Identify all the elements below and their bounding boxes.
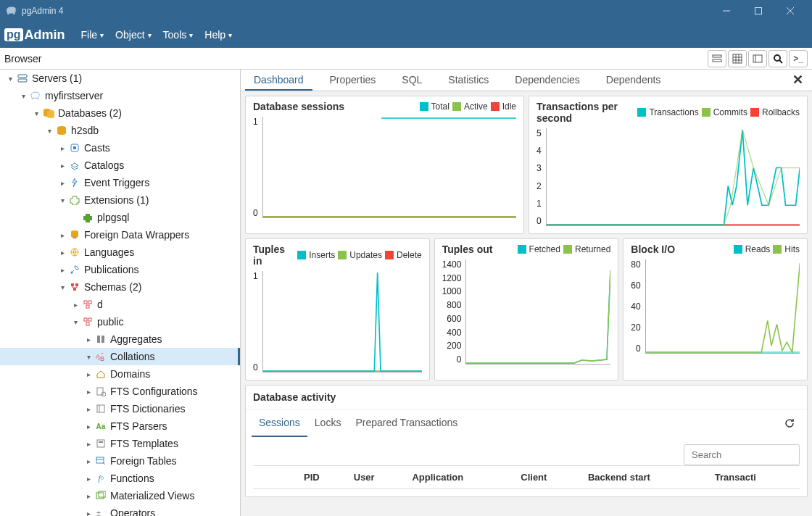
window-maximize[interactable]	[742, 0, 774, 22]
svg-rect-30	[84, 318, 87, 321]
toolbar-btn-3[interactable]	[748, 50, 767, 67]
svg-rect-25	[75, 283, 78, 286]
svg-rect-15	[18, 75, 27, 78]
menu-file[interactable]: File▾	[75, 22, 110, 48]
tree-functions[interactable]: ▸ƒ()Functions	[0, 470, 240, 487]
activity-tab-locks[interactable]: Locks	[307, 409, 349, 437]
tree-foreign-tables[interactable]: ▸Foreign Tables	[0, 452, 240, 470]
col-pid[interactable]: PID	[297, 466, 347, 489]
svg-text:B: B	[100, 355, 104, 362]
domains-icon	[94, 369, 107, 379]
col-app[interactable]: Application	[405, 466, 513, 489]
svg-rect-47	[96, 493, 104, 499]
tree-fts-parsers[interactable]: ▸AaFTS Parsers	[0, 417, 240, 435]
tab-dashboard[interactable]: Dashboard	[245, 70, 312, 91]
tree-event-triggers[interactable]: ▸Event Triggers	[0, 174, 240, 191]
card-tps: Transactions per second Transactions Com…	[529, 96, 808, 234]
extension-icon	[81, 212, 94, 222]
activity-tabs: Sessions Locks Prepared Transactions	[246, 409, 807, 437]
close-icon[interactable]: ✕	[788, 70, 808, 91]
tree-aggregates[interactable]: ▸Aggregates	[0, 330, 240, 348]
refresh-button[interactable]	[778, 413, 801, 433]
tree-schemas[interactable]: ▾Schemas (2)	[0, 278, 240, 296]
legend-tin: Inserts Updates Delete	[297, 250, 421, 260]
window-title: pgAdmin 4	[22, 6, 63, 16]
fts-config-icon	[94, 386, 107, 396]
activity-tab-prepared[interactable]: Prepared Transactions	[348, 409, 465, 437]
activity-table: PID User Application Client Backend star…	[253, 465, 800, 489]
tree-databases[interactable]: ▾Databases (2)	[0, 104, 240, 122]
svg-rect-42	[99, 441, 103, 443]
col-backend[interactable]: Backend start	[581, 466, 708, 489]
tree-schema-d[interactable]: ▸d	[0, 296, 240, 313]
tree-schema-public[interactable]: ▾public	[0, 313, 240, 330]
svg-rect-34	[102, 336, 104, 343]
trigger-icon	[68, 178, 81, 188]
chevron-down-icon: ▾	[148, 31, 152, 39]
svg-rect-11	[753, 55, 762, 62]
tree-plpgsql[interactable]: plpgsql	[0, 209, 240, 226]
col-user[interactable]: User	[347, 466, 405, 489]
tree-servers[interactable]: ▾Servers (1)	[0, 70, 240, 87]
menu-tools[interactable]: Tools▾	[157, 22, 199, 48]
search-icon	[773, 54, 783, 64]
svg-rect-1	[755, 8, 762, 14]
tree-collations[interactable]: ▾ABCollations	[0, 348, 240, 365]
svg-rect-41	[97, 440, 104, 447]
tree-extensions[interactable]: ▾Extensions (1)	[0, 191, 240, 209]
tree-casts[interactable]: ▸Casts	[0, 139, 240, 157]
tree-languages[interactable]: ▸Languages	[0, 244, 240, 261]
svg-rect-43	[96, 457, 104, 463]
tree-server[interactable]: ▾myfirstserver	[0, 87, 240, 104]
toolbar-btn-1[interactable]	[708, 50, 726, 67]
toolbar-search[interactable]	[768, 50, 787, 67]
menubar: pgAdmin File▾ Object▾ Tools▾ Help▾	[0, 22, 812, 48]
search-input[interactable]	[684, 444, 800, 465]
chart-tps	[546, 128, 800, 226]
extension-icon	[68, 195, 81, 205]
svg-rect-28	[88, 301, 91, 304]
legend-sessions: Total Active Idle	[420, 101, 516, 112]
tab-properties[interactable]: Properties	[321, 70, 385, 91]
toolbar-psql[interactable]: >_	[789, 50, 808, 67]
legend-bio: Reads Hits	[734, 244, 800, 254]
chart-tuples-in	[262, 271, 422, 373]
tree-fdw[interactable]: ▸Foreign Data Wrappers	[0, 226, 240, 244]
dashboard: Database sessions Total Active Idle 10	[241, 91, 812, 516]
svg-rect-32	[86, 322, 89, 325]
casts-icon	[68, 143, 81, 153]
database-icon	[55, 125, 68, 136]
tree-domains[interactable]: ▸Domains	[0, 365, 240, 383]
tree-db[interactable]: ▾h2sdb	[0, 122, 240, 139]
fts-dict-icon	[94, 404, 107, 414]
tree-matviews[interactable]: ▸Materialized Views	[0, 487, 240, 504]
card-tuples-in: Tuples in Inserts Updates Delete 10	[245, 238, 430, 380]
chart-sessions	[262, 117, 516, 218]
matview-icon	[94, 491, 107, 501]
window-close[interactable]	[774, 0, 806, 22]
col-transaction[interactable]: Transacti	[708, 466, 800, 489]
tree-fts-templates[interactable]: ▸FTS Templates	[0, 435, 240, 452]
fdw-icon	[68, 230, 81, 240]
svg-rect-39	[97, 405, 104, 412]
svg-rect-24	[71, 283, 74, 286]
toolbar-btn-2[interactable]	[728, 50, 747, 67]
tab-statistics[interactable]: Statistics	[439, 70, 497, 91]
col-client[interactable]: Client	[513, 466, 581, 489]
activity-tab-sessions[interactable]: Sessions	[252, 409, 307, 437]
menu-help[interactable]: Help▾	[199, 22, 238, 48]
window-minimize[interactable]	[710, 0, 742, 22]
tree-publications[interactable]: ▸Publications	[0, 261, 240, 278]
browser-tree[interactable]: ▾Servers (1) ▾myfirstserver ▾Databases (…	[0, 70, 241, 516]
tree-operators[interactable]: ▸±Operators	[0, 504, 240, 516]
tab-dependents[interactable]: Dependents	[597, 70, 670, 91]
browser-header: Browser >_	[0, 48, 812, 70]
tree-fts-config[interactable]: ▸FTS Configurations	[0, 383, 240, 400]
tree-fts-dict[interactable]: ▸FTS Dictionaries	[0, 400, 240, 417]
menu-object[interactable]: Object▾	[109, 22, 157, 48]
tab-dependencies[interactable]: Dependencies	[506, 70, 589, 91]
tree-catalogs[interactable]: ▸Catalogs	[0, 157, 240, 174]
chevron-down-icon: ▾	[228, 31, 232, 39]
schema-icon	[81, 299, 94, 309]
tab-sql[interactable]: SQL	[393, 70, 431, 91]
